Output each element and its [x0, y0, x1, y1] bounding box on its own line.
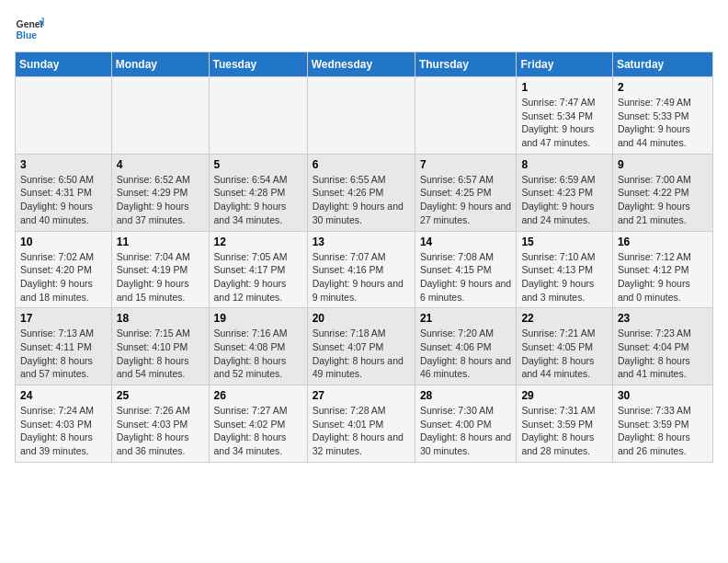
- day-number: 12: [214, 236, 302, 248]
- header-monday: Monday: [111, 52, 209, 77]
- day-number: 3: [20, 158, 107, 171]
- day-number: 30: [618, 389, 708, 402]
- calendar-cell: 7Sunrise: 6:57 AMSunset: 4:25 PMDaylight…: [415, 154, 517, 231]
- day-info: Sunrise: 7:07 AMSunset: 4:16 PMDaylight:…: [313, 250, 410, 304]
- day-number: 1: [521, 81, 607, 94]
- day-number: 10: [20, 236, 107, 248]
- header-saturday: Saturday: [612, 52, 712, 77]
- day-info: Sunrise: 6:59 AMSunset: 4:23 PMDaylight:…: [521, 173, 607, 227]
- day-number: 24: [20, 389, 107, 402]
- day-number: 29: [521, 389, 607, 402]
- calendar-cell: 19Sunrise: 7:16 AMSunset: 4:08 PMDayligh…: [209, 308, 307, 385]
- day-info: Sunrise: 7:15 AMSunset: 4:10 PMDaylight:…: [117, 327, 204, 381]
- week-row-2: 3Sunrise: 6:50 AMSunset: 4:31 PMDaylight…: [16, 154, 713, 231]
- calendar-table: SundayMondayTuesdayWednesdayThursdayFrid…: [15, 52, 713, 463]
- calendar-cell: 26Sunrise: 7:27 AMSunset: 4:02 PMDayligh…: [209, 385, 307, 463]
- day-info: Sunrise: 7:04 AMSunset: 4:19 PMDaylight:…: [117, 250, 204, 304]
- day-info: Sunrise: 6:57 AMSunset: 4:25 PMDaylight:…: [420, 173, 512, 227]
- calendar-cell: 15Sunrise: 7:10 AMSunset: 4:13 PMDayligh…: [517, 231, 612, 308]
- day-number: 17: [20, 312, 107, 325]
- day-number: 20: [313, 312, 410, 325]
- day-number: 5: [214, 158, 302, 171]
- calendar-cell: 22Sunrise: 7:21 AMSunset: 4:05 PMDayligh…: [517, 308, 612, 385]
- day-info: Sunrise: 6:54 AMSunset: 4:28 PMDaylight:…: [214, 173, 302, 227]
- calendar-cell: [16, 77, 112, 155]
- calendar-cell: 18Sunrise: 7:15 AMSunset: 4:10 PMDayligh…: [111, 308, 209, 385]
- day-info: Sunrise: 7:31 AMSunset: 3:59 PMDaylight:…: [521, 404, 607, 458]
- day-number: 4: [117, 158, 204, 171]
- calendar-cell: 16Sunrise: 7:12 AMSunset: 4:12 PMDayligh…: [612, 231, 712, 308]
- day-info: Sunrise: 7:21 AMSunset: 4:05 PMDaylight:…: [521, 327, 607, 381]
- calendar-cell: 13Sunrise: 7:07 AMSunset: 4:16 PMDayligh…: [307, 231, 415, 308]
- calendar-cell: 10Sunrise: 7:02 AMSunset: 4:20 PMDayligh…: [16, 231, 112, 308]
- calendar-cell: 11Sunrise: 7:04 AMSunset: 4:19 PMDayligh…: [111, 231, 209, 308]
- day-info: Sunrise: 6:52 AMSunset: 4:29 PMDaylight:…: [117, 173, 204, 227]
- day-number: 22: [521, 312, 607, 325]
- day-number: 6: [313, 158, 410, 171]
- day-info: Sunrise: 7:27 AMSunset: 4:02 PMDaylight:…: [214, 404, 302, 458]
- calendar-cell: 2Sunrise: 7:49 AMSunset: 5:33 PMDaylight…: [612, 77, 712, 155]
- calendar-cell: [415, 77, 517, 155]
- week-row-5: 24Sunrise: 7:24 AMSunset: 4:03 PMDayligh…: [16, 385, 713, 463]
- day-number: 16: [618, 236, 708, 248]
- day-number: 28: [420, 389, 512, 402]
- day-info: Sunrise: 7:30 AMSunset: 4:00 PMDaylight:…: [420, 404, 512, 458]
- day-number: 19: [214, 312, 302, 325]
- day-info: Sunrise: 7:47 AMSunset: 5:34 PMDaylight:…: [521, 96, 607, 150]
- day-number: 14: [420, 236, 512, 248]
- calendar-cell: 21Sunrise: 7:20 AMSunset: 4:06 PMDayligh…: [415, 308, 517, 385]
- calendar-cell: 23Sunrise: 7:23 AMSunset: 4:04 PMDayligh…: [612, 308, 712, 385]
- calendar-cell: 30Sunrise: 7:33 AMSunset: 3:59 PMDayligh…: [612, 385, 712, 463]
- calendar-header-row: SundayMondayTuesdayWednesdayThursdayFrid…: [16, 52, 713, 77]
- day-info: Sunrise: 7:12 AMSunset: 4:12 PMDaylight:…: [618, 250, 708, 304]
- calendar-cell: 1Sunrise: 7:47 AMSunset: 5:34 PMDaylight…: [517, 77, 612, 155]
- day-info: Sunrise: 7:05 AMSunset: 4:17 PMDaylight:…: [214, 250, 302, 304]
- calendar-cell: 25Sunrise: 7:26 AMSunset: 4:03 PMDayligh…: [111, 385, 209, 463]
- logo-icon: General Blue: [15, 15, 44, 44]
- day-number: 13: [313, 236, 410, 248]
- day-info: Sunrise: 7:16 AMSunset: 4:08 PMDaylight:…: [214, 327, 302, 381]
- day-info: Sunrise: 7:00 AMSunset: 4:22 PMDaylight:…: [618, 173, 708, 227]
- week-row-4: 17Sunrise: 7:13 AMSunset: 4:11 PMDayligh…: [16, 308, 713, 385]
- header-sunday: Sunday: [16, 52, 112, 77]
- day-number: 26: [214, 389, 302, 402]
- day-number: 23: [618, 312, 708, 325]
- day-info: Sunrise: 7:26 AMSunset: 4:03 PMDaylight:…: [117, 404, 204, 458]
- week-row-3: 10Sunrise: 7:02 AMSunset: 4:20 PMDayligh…: [16, 231, 713, 308]
- day-number: 21: [420, 312, 512, 325]
- calendar-cell: 8Sunrise: 6:59 AMSunset: 4:23 PMDaylight…: [517, 154, 612, 231]
- calendar-cell: 29Sunrise: 7:31 AMSunset: 3:59 PMDayligh…: [517, 385, 612, 463]
- calendar-cell: 14Sunrise: 7:08 AMSunset: 4:15 PMDayligh…: [415, 231, 517, 308]
- calendar-cell: 4Sunrise: 6:52 AMSunset: 4:29 PMDaylight…: [111, 154, 209, 231]
- day-info: Sunrise: 7:10 AMSunset: 4:13 PMDaylight:…: [521, 250, 607, 304]
- day-info: Sunrise: 7:24 AMSunset: 4:03 PMDaylight:…: [20, 404, 107, 458]
- day-info: Sunrise: 7:13 AMSunset: 4:11 PMDaylight:…: [20, 327, 107, 381]
- day-number: 11: [117, 236, 204, 248]
- svg-text:Blue: Blue: [17, 30, 38, 40]
- day-number: 27: [313, 389, 410, 402]
- calendar-cell: [307, 77, 415, 155]
- day-number: 7: [420, 158, 512, 171]
- calendar-cell: [209, 77, 307, 155]
- calendar-cell: 5Sunrise: 6:54 AMSunset: 4:28 PMDaylight…: [209, 154, 307, 231]
- header-friday: Friday: [517, 52, 612, 77]
- day-info: Sunrise: 7:20 AMSunset: 4:06 PMDaylight:…: [420, 327, 512, 381]
- calendar-cell: 27Sunrise: 7:28 AMSunset: 4:01 PMDayligh…: [307, 385, 415, 463]
- day-number: 9: [618, 158, 708, 171]
- day-number: 18: [117, 312, 204, 325]
- day-info: Sunrise: 7:08 AMSunset: 4:15 PMDaylight:…: [420, 250, 512, 304]
- calendar-cell: 24Sunrise: 7:24 AMSunset: 4:03 PMDayligh…: [16, 385, 112, 463]
- header-tuesday: Tuesday: [209, 52, 307, 77]
- calendar-cell: 9Sunrise: 7:00 AMSunset: 4:22 PMDaylight…: [612, 154, 712, 231]
- logo: General Blue: [15, 15, 44, 44]
- day-number: 8: [521, 158, 607, 171]
- calendar-cell: 6Sunrise: 6:55 AMSunset: 4:26 PMDaylight…: [307, 154, 415, 231]
- calendar-cell: [111, 77, 209, 155]
- calendar-cell: 12Sunrise: 7:05 AMSunset: 4:17 PMDayligh…: [209, 231, 307, 308]
- header-thursday: Thursday: [415, 52, 517, 77]
- day-number: 25: [117, 389, 204, 402]
- week-row-1: 1Sunrise: 7:47 AMSunset: 5:34 PMDaylight…: [16, 77, 713, 155]
- day-number: 15: [521, 236, 607, 248]
- day-info: Sunrise: 7:28 AMSunset: 4:01 PMDaylight:…: [313, 404, 410, 458]
- day-info: Sunrise: 7:02 AMSunset: 4:20 PMDaylight:…: [20, 250, 107, 304]
